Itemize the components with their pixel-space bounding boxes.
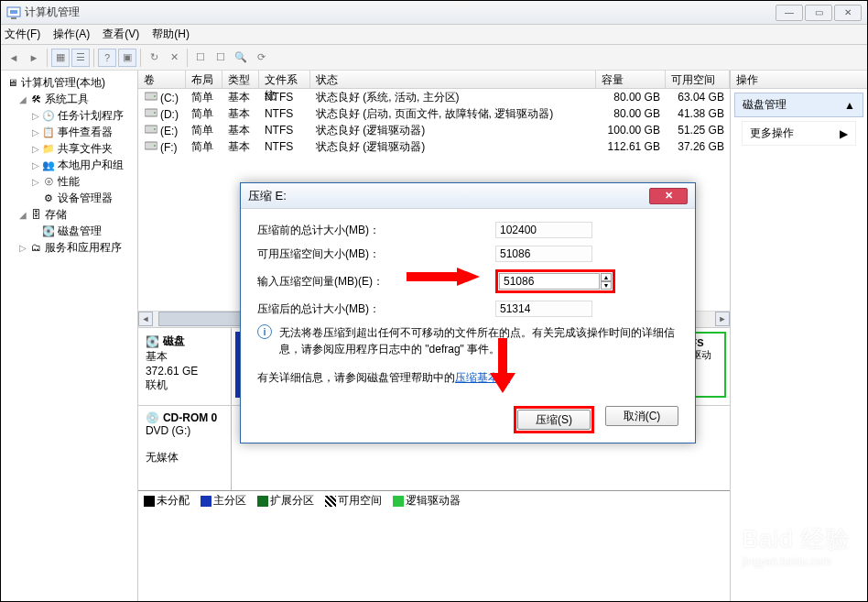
drive-icon <box>144 123 158 136</box>
spinner-down-icon[interactable]: ▼ <box>601 281 612 290</box>
volume-table-header: 卷 布局 类型 文件系统 状态 容量 可用空间 <box>138 71 730 89</box>
toolbar-btn[interactable]: ☐ <box>212 49 230 67</box>
volume-row[interactable]: (F:)简单基本NTFS状态良好 (逻辑驱动器)112.61 GB37.26 G… <box>138 138 730 155</box>
menu-view[interactable]: 查看(V) <box>103 27 139 42</box>
maximize-button[interactable]: ▭ <box>805 5 832 21</box>
col-status[interactable]: 状态 <box>310 71 596 88</box>
volume-row[interactable]: (E:)简单基本NTFS状态良好 (逻辑驱动器)100.00 GB51.25 G… <box>138 122 730 138</box>
col-fs[interactable]: 文件系统 <box>259 71 310 88</box>
action-disk-mgmt[interactable]: 磁盘管理▲ <box>734 93 863 117</box>
app-icon <box>6 5 21 20</box>
highlight-shrink-btn: 压缩(S) <box>514 406 594 433</box>
legend-unalloc-swatch <box>144 496 155 507</box>
toolbar-btn[interactable]: ▣ <box>118 49 136 67</box>
svg-point-4 <box>154 95 156 97</box>
chevron-right-icon: ▶ <box>840 127 848 140</box>
value-avail: 51086 <box>495 246 592 262</box>
tree-event-viewer[interactable]: ▷📋事件查看器 <box>5 124 137 140</box>
dialog-title: 压缩 E: <box>248 188 649 204</box>
cancel-button[interactable]: 取消(C) <box>605 406 678 426</box>
dialog-close-button[interactable]: ✕ <box>649 188 688 204</box>
label-avail: 可用压缩空间大小(MB)： <box>257 246 495 262</box>
close-button[interactable]: ✕ <box>834 5 862 21</box>
legend: 未分配 主分区 扩展分区 可用空间 逻辑驱动器 <box>138 490 730 510</box>
value-total-before: 102400 <box>495 222 592 238</box>
cdrom-icon: 💿 <box>146 411 159 424</box>
highlight-input: ▲ ▼ <box>495 269 615 293</box>
dialog-link-line: 有关详细信息，请参阅磁盘管理帮助中的压缩基本卷 <box>257 370 678 386</box>
minimize-button[interactable]: — <box>776 5 803 21</box>
tree-local-users[interactable]: ▷👥本地用户和组 <box>5 157 137 173</box>
toolbar-btn[interactable]: ⟳ <box>252 49 270 67</box>
menu-action[interactable]: 操作(A) <box>53 27 90 42</box>
legend-primary-swatch <box>201 496 212 507</box>
svg-marker-11 <box>407 268 480 286</box>
tree-storage[interactable]: ◢🗄存储 <box>5 206 137 223</box>
svg-point-6 <box>154 112 156 114</box>
collapse-icon: ▲ <box>844 99 855 112</box>
svg-point-8 <box>154 128 156 130</box>
col-type[interactable]: 类型 <box>222 71 259 88</box>
legend-free-swatch <box>325 496 336 507</box>
toolbar-sep <box>93 49 94 67</box>
tree-services[interactable]: ▷🗂服务和应用程序 <box>5 239 137 256</box>
tree-system-tools[interactable]: ◢🛠系统工具 <box>5 91 137 107</box>
scrollbar-right[interactable]: ► <box>715 312 730 326</box>
shrink-button[interactable]: 压缩(S) <box>517 410 591 430</box>
actions-header: 操作 <box>731 71 867 89</box>
toolbar-sep <box>140 49 141 67</box>
svg-point-10 <box>154 145 156 147</box>
refresh-icon[interactable]: ↻ <box>145 49 163 67</box>
col-free[interactable]: 可用空间 <box>666 71 730 88</box>
tree-root[interactable]: 🖥计算机管理(本地) <box>5 74 137 91</box>
volume-row[interactable]: (C:)简单基本NTFS状态良好 (系统, 活动, 主分区)80.00 GB63… <box>138 89 730 105</box>
legend-extended-swatch <box>257 496 268 507</box>
shrink-amount-input[interactable] <box>499 273 600 290</box>
label-total-before: 压缩前的总计大小(MB)： <box>257 223 495 238</box>
title-bar: 计算机管理 — ▭ ✕ <box>1 1 867 25</box>
label-total-after: 压缩后的总计大小(MB)： <box>257 301 495 317</box>
spinner-up-icon[interactable]: ▲ <box>601 273 612 281</box>
menu-file[interactable]: 文件(F) <box>5 27 40 42</box>
annotation-arrow-right <box>407 268 480 286</box>
toolbar-btn[interactable]: ✕ <box>165 49 183 67</box>
info-icon: i <box>257 324 272 339</box>
help-icon[interactable]: ? <box>98 49 116 67</box>
dialog-titlebar[interactable]: 压缩 E: ✕ <box>241 183 695 209</box>
drive-icon <box>144 90 158 103</box>
menu-help[interactable]: 帮助(H) <box>152 27 190 42</box>
col-volume[interactable]: 卷 <box>138 71 186 88</box>
value-total-after: 51314 <box>495 301 592 317</box>
tree-task-scheduler[interactable]: ▷🕒任务计划程序 <box>5 107 137 124</box>
action-more[interactable]: 更多操作▶ <box>742 121 856 146</box>
disk0-label: 💽磁盘 基本 372.61 GE 联机 <box>138 328 232 405</box>
tree-panel: 🖥计算机管理(本地) ◢🛠系统工具 ▷🕒任务计划程序 ▷📋事件查看器 ▷📁共享文… <box>1 71 138 601</box>
toolbar-sep <box>187 49 188 67</box>
tree-performance[interactable]: ▷⦾性能 <box>5 173 137 190</box>
toolbar-btn[interactable]: ☐ <box>191 49 210 67</box>
dialog-note: i 无法将卷压缩到超出任何不可移动的文件所在的点。有关完成该操作时间的详细信息，… <box>257 324 678 357</box>
volume-row[interactable]: (D:)简单基本NTFS状态良好 (启动, 页面文件, 故障转储, 逻辑驱动器)… <box>138 105 730 122</box>
disk-icon: 💽 <box>146 335 159 348</box>
actions-panel: 操作 磁盘管理▲ 更多操作▶ <box>731 71 867 601</box>
properties-icon[interactable]: ☰ <box>71 49 90 67</box>
tree-disk-management[interactable]: 💽磁盘管理 <box>5 223 137 239</box>
view-icon[interactable]: ▦ <box>51 49 70 67</box>
back-icon[interactable]: ◄ <box>5 49 23 67</box>
svg-marker-12 <box>490 338 515 393</box>
menu-bar: 文件(F) 操作(A) 查看(V) 帮助(H) <box>1 25 867 45</box>
watermark: Baid 经验 jingyan.baidu.com <box>743 523 851 568</box>
toolbar-btn[interactable]: 🔍 <box>232 49 250 67</box>
toolbar-sep <box>47 49 48 67</box>
tree-shared-folders[interactable]: ▷📁共享文件夹 <box>5 140 137 157</box>
tree-device-manager[interactable]: ⚙设备管理器 <box>5 190 137 206</box>
drive-icon <box>144 139 158 152</box>
col-capacity[interactable]: 容量 <box>596 71 666 88</box>
col-layout[interactable]: 布局 <box>186 71 222 88</box>
cdrom-label: 💿CD-ROM 0 DVD (G:) 无媒体 <box>138 406 232 490</box>
svg-rect-1 <box>10 10 17 14</box>
legend-logical-swatch <box>393 496 404 507</box>
forward-icon[interactable]: ► <box>25 49 43 67</box>
shrink-dialog: 压缩 E: ✕ 压缩前的总计大小(MB)： 102400 可用压缩空间大小(MB… <box>240 182 696 443</box>
svg-rect-2 <box>11 17 16 19</box>
